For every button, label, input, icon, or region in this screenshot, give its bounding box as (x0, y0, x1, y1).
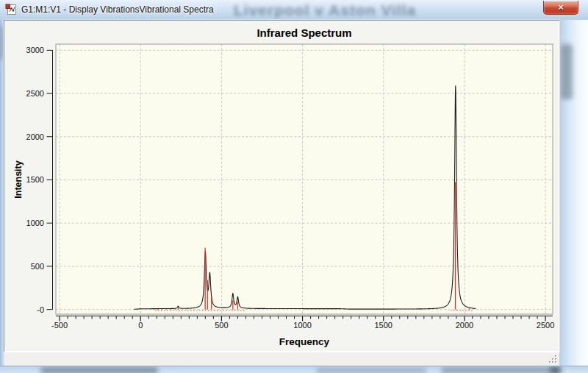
resize-grip-icon[interactable] (548, 354, 558, 364)
svg-text:1500: 1500 (26, 175, 44, 184)
svg-text:2500: 2500 (26, 89, 44, 98)
svg-text:1000: 1000 (26, 219, 44, 227)
svg-text:1000: 1000 (293, 321, 311, 330)
svg-text:0: 0 (138, 321, 143, 330)
title-bar[interactable]: Liverpool v Aston Villa G1:M1:V1 - Displ… (0, 0, 588, 20)
spectrum-chart[interactable]: -050010001500200025003000-50005001000150… (4, 20, 559, 352)
application-window: Liverpool v Aston Villa G1:M1:V1 - Displ… (0, 0, 588, 373)
svg-text:2500: 2500 (537, 321, 554, 330)
chart-panel: -050010001500200025003000-50005001000150… (4, 20, 559, 352)
svg-text:500: 500 (215, 321, 228, 330)
chart-graphics: -050010001500200025003000-50005001000150… (26, 44, 555, 330)
molecule-document-icon[interactable] (5, 4, 18, 16)
svg-text:3000: 3000 (26, 46, 44, 54)
status-bar (4, 352, 559, 366)
window-border-right (559, 20, 588, 366)
svg-text:-500: -500 (51, 321, 68, 330)
svg-text:500: 500 (31, 262, 44, 271)
chart-title: Infrared Spectrum (257, 26, 351, 39)
close-button[interactable]: × (543, 1, 578, 15)
x-axis-label: Frequency (279, 336, 330, 347)
svg-text:2000: 2000 (456, 321, 473, 330)
window-border-bottom (0, 366, 588, 373)
svg-text:1500: 1500 (375, 321, 392, 330)
close-icon: × (544, 1, 578, 13)
y-axis-label: Intensity (13, 160, 24, 198)
background-window-text: Liverpool v Aston Villa (234, 1, 416, 19)
window-title: G1:M1:V1 - Display VibrationsVibrational… (21, 4, 214, 15)
svg-text:2000: 2000 (26, 132, 44, 141)
svg-text:-0: -0 (37, 305, 44, 314)
